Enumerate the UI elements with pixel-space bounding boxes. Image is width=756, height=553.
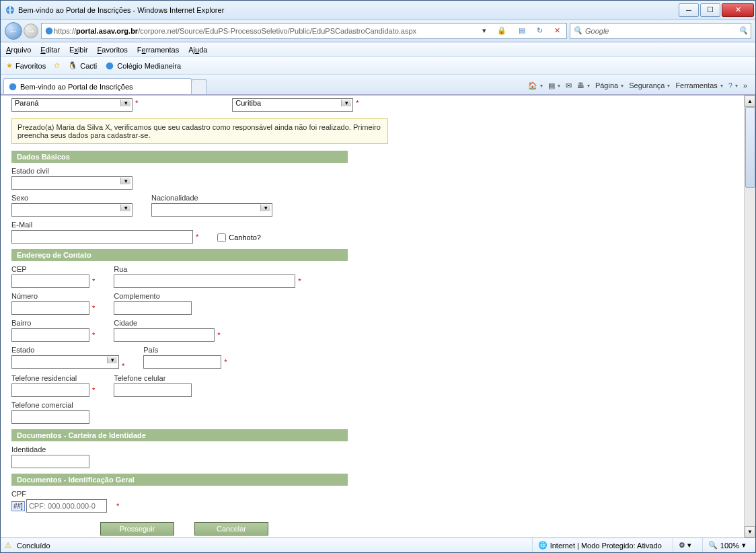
section-doc-identidade: Documentos - Carteira de Identidade xyxy=(11,429,348,441)
label-numero: Número xyxy=(11,292,95,300)
input-complemento[interactable] xyxy=(114,301,192,315)
label-cidade: Cidade xyxy=(114,319,220,327)
select-cidade-top[interactable]: Curitiba xyxy=(232,98,353,112)
section-doc-geral: Documentos - Identificação Geral xyxy=(11,474,348,486)
scroll-down-icon[interactable]: ▼ xyxy=(745,526,755,538)
label-rua: Rua xyxy=(114,265,301,273)
select-estado-top[interactable]: Paraná xyxy=(11,98,133,112)
favorites-button[interactable]: ★Favoritos xyxy=(6,61,46,70)
menu-arquivo[interactable]: Arquivo xyxy=(6,46,31,54)
notice-box: Prezado(a) Maria da Silva X, verificamos… xyxy=(11,118,388,144)
checkbox-canhoto[interactable] xyxy=(217,233,226,242)
menu-exibir[interactable]: Exibir xyxy=(69,46,88,54)
input-cidade[interactable] xyxy=(114,328,215,342)
scroll-up-icon[interactable]: ▲ xyxy=(745,96,755,107)
star-icon: ★ xyxy=(6,61,13,70)
search-placeholder: Google xyxy=(585,27,609,35)
home-button[interactable]: 🏠 xyxy=(528,81,543,90)
dropdown-icon[interactable]: ▾ xyxy=(478,26,491,35)
warning-icon: ⚠ xyxy=(5,541,11,550)
command-bar: 🏠 ▤ ✉ 🖶 Página Segurança Ferramentas ? » xyxy=(528,77,753,94)
label-cpf: CPF xyxy=(11,490,119,498)
content-area: Paraná* Curitiba* Prezado(a) Maria da Si… xyxy=(1,95,755,538)
page-body: Paraná* Curitiba* Prezado(a) Maria da Si… xyxy=(6,96,742,538)
protected-mode-toggle[interactable]: ⚙ ▾ xyxy=(673,538,697,552)
back-button[interactable]: ← xyxy=(5,22,22,40)
input-tel-com[interactable] xyxy=(11,410,89,424)
help-button[interactable]: ? xyxy=(728,81,738,89)
favorites-bar: ★Favoritos ✩ 🐧Cacti Colégio Medianeira xyxy=(1,57,755,75)
input-numero[interactable] xyxy=(11,301,89,315)
tools-menu[interactable]: Ferramentas xyxy=(675,81,722,89)
titlebar: Bem-vindo ao Portal de Inscrições - Wind… xyxy=(1,1,755,20)
page-menu[interactable]: Página xyxy=(595,81,623,89)
new-tab-button[interactable] xyxy=(191,79,207,94)
input-identidade[interactable] xyxy=(11,455,89,468)
svg-point-3 xyxy=(9,83,17,90)
search-provider-icon: 🔍 xyxy=(573,26,582,35)
cpf-mask-badge: ##] xyxy=(11,501,25,511)
label-tel-res: Telefone residencial xyxy=(11,374,95,382)
cacti-icon: 🐧 xyxy=(68,61,77,70)
minimize-button[interactable]: ─ xyxy=(679,3,699,17)
security-menu[interactable]: Segurança xyxy=(629,81,670,89)
star-plus-icon: ✩ xyxy=(54,61,60,70)
label-email: E-Mail xyxy=(11,221,198,229)
select-estado-civil[interactable] xyxy=(11,176,133,190)
readmail-button[interactable]: ✉ xyxy=(566,81,572,90)
input-cep[interactable] xyxy=(11,274,89,288)
input-email[interactable] xyxy=(11,230,193,244)
menu-editar[interactable]: Editar xyxy=(40,46,60,54)
select-nacionalidade[interactable] xyxy=(151,203,272,217)
label-complemento: Complemento xyxy=(114,292,192,300)
zoom-control[interactable]: 🔍 100% ▾ xyxy=(702,538,751,552)
scrollbar[interactable]: ▲ ▼ xyxy=(744,96,755,538)
feeds-button[interactable]: ▤ xyxy=(548,81,560,90)
label-sexo: Sexo xyxy=(11,194,133,202)
close-button[interactable]: ✕ xyxy=(722,3,754,17)
label-tel-cel: Telefone celular xyxy=(114,374,192,382)
ie-tab-icon xyxy=(8,82,17,91)
input-tel-cel[interactable] xyxy=(114,383,192,397)
navbar: ← → https://portal.asav.org.br/corpore.n… xyxy=(1,20,755,42)
expand-icon[interactable]: » xyxy=(743,81,747,89)
maximize-button[interactable]: ☐ xyxy=(700,3,720,17)
globe-icon: 🌐 xyxy=(538,541,547,550)
label-canhoto: Canhoto? xyxy=(229,233,261,242)
tab-title: Bem-vindo ao Portal de Inscrições xyxy=(20,83,133,91)
menu-ajuda[interactable]: Ajuda xyxy=(188,46,207,54)
select-sexo[interactable] xyxy=(11,203,133,217)
section-endereco: Endereço de Contato xyxy=(11,249,348,261)
menu-favoritos[interactable]: Favoritos xyxy=(98,46,128,54)
tab-bar: Bem-vindo ao Portal de Inscrições 🏠 ▤ ✉ … xyxy=(1,75,755,95)
label-identidade: Identidade xyxy=(11,445,89,453)
input-pais[interactable] xyxy=(143,355,221,369)
stop-button[interactable]: ✕ xyxy=(550,26,564,35)
add-favorite-button[interactable]: ✩ xyxy=(54,61,60,70)
compat-icon[interactable]: ▤ xyxy=(515,26,529,35)
button-cancelar[interactable]: Cancelar xyxy=(194,522,268,536)
input-cpf[interactable] xyxy=(26,499,107,513)
search-go-icon[interactable]: 🔍 xyxy=(739,26,748,35)
button-prosseguir[interactable]: Prosseguir xyxy=(100,522,174,536)
address-bar[interactable]: https://portal.asav.org.br/corpore.net/S… xyxy=(41,23,567,39)
input-tel-res[interactable] xyxy=(11,383,89,397)
tab-active[interactable]: Bem-vindo ao Portal de Inscrições xyxy=(3,78,192,94)
label-nacionalidade: Nacionalidade xyxy=(151,194,272,202)
print-button[interactable]: 🖶 xyxy=(577,81,590,89)
select-estado[interactable] xyxy=(11,355,119,369)
label-bairro: Bairro xyxy=(11,319,95,327)
scroll-thumb[interactable] xyxy=(745,107,755,188)
search-box[interactable]: 🔍 Google 🔍 xyxy=(570,23,751,39)
refresh-button[interactable]: ↻ xyxy=(533,26,546,35)
url-text: https://portal.asav.org.br/corpore.net/S… xyxy=(54,27,474,35)
menu-ferramentas[interactable]: Ferramentas xyxy=(137,46,179,54)
fav-medianeira[interactable]: Colégio Medianeira xyxy=(105,61,181,71)
input-bairro[interactable] xyxy=(11,328,89,342)
label-cep: CEP xyxy=(11,265,95,273)
input-rua[interactable] xyxy=(114,274,295,288)
forward-button[interactable]: → xyxy=(24,24,38,38)
status-text: Concluído xyxy=(17,542,50,550)
fav-cacti[interactable]: 🐧Cacti xyxy=(68,61,97,70)
menubar: Arquivo Editar Exibir Favoritos Ferramen… xyxy=(1,42,755,57)
